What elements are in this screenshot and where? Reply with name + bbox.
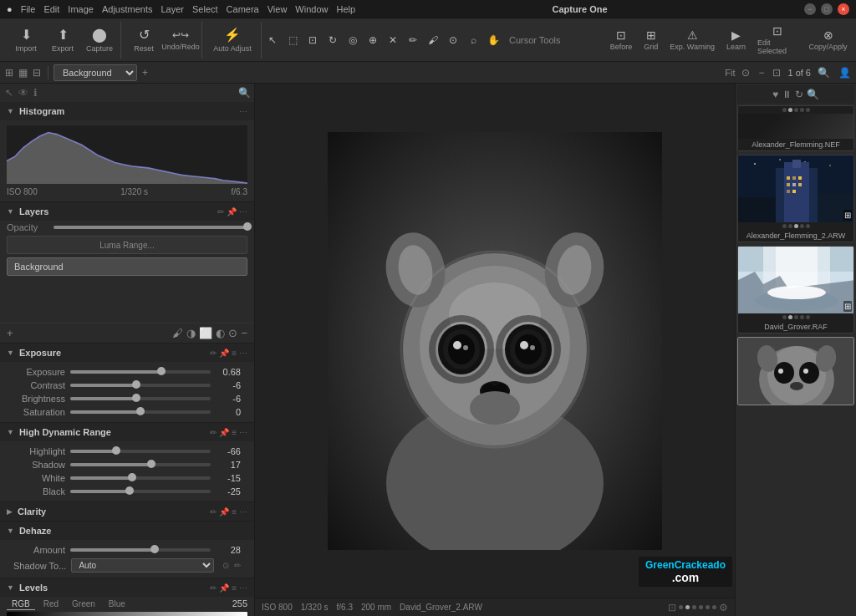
shadow-thumb[interactable] xyxy=(147,460,155,468)
hdr-header[interactable]: ▼ High Dynamic Range ✏ 📌 ≡ ⋯ xyxy=(0,423,254,441)
brush-tool[interactable]: 🖌 xyxy=(424,31,442,49)
learn-button[interactable]: ▶ Learn xyxy=(723,27,749,53)
thumbnail-arw-building[interactable]: ⊞ Alexander_Flemming_2.ARW xyxy=(737,155,854,242)
levels-header[interactable]: ▼ Levels ✏ 📌 ≡ ⋯ xyxy=(0,578,254,597)
levels-menu-icon[interactable]: ⋯ xyxy=(239,583,247,593)
search-icon[interactable]: 🔍 xyxy=(816,65,832,80)
levels-pin-icon[interactable]: 📌 xyxy=(219,583,229,593)
apple-menu[interactable]: ● xyxy=(7,4,13,14)
menu-bar[interactable]: ● File Edit Image Adjustments Layer Sele… xyxy=(7,4,355,14)
highlight-thumb[interactable] xyxy=(112,446,120,455)
erase-tool[interactable]: ✕ xyxy=(384,31,402,49)
black-thumb[interactable] xyxy=(125,486,134,495)
menu-select[interactable]: Select xyxy=(192,4,218,14)
clarity-dots-icon[interactable]: ≡ xyxy=(232,507,237,517)
grid-button[interactable]: ⊞ Grid xyxy=(640,27,661,53)
crop-tool[interactable]: ⊡ xyxy=(303,31,322,49)
levels-tab-red[interactable]: Red xyxy=(38,598,64,610)
hdr-edit-icon[interactable]: ✏ xyxy=(210,428,217,437)
brush-layer-icon[interactable]: 🖌 xyxy=(172,327,183,339)
histogram-header[interactable]: ▼ Histogram ⋯ xyxy=(0,102,254,120)
exposure-thumb[interactable] xyxy=(157,367,166,375)
pen-tool[interactable]: ✏ xyxy=(404,31,422,49)
exposure-dots-icon[interactable]: ≡ xyxy=(232,349,237,358)
exposure-slider[interactable] xyxy=(70,370,211,374)
before-button[interactable]: ⊡ Before xyxy=(607,27,636,53)
cursor-tool[interactable]: ↖ xyxy=(263,31,282,49)
menu-camera[interactable]: Camera xyxy=(227,4,259,14)
eyedropper-layer-icon[interactable]: ⊙ xyxy=(228,327,237,339)
lp-info-icon[interactable]: ℹ xyxy=(32,85,39,100)
menu-help[interactable]: Help xyxy=(336,4,355,14)
exp-warning-button[interactable]: ⚠ Exp. Warning xyxy=(666,27,718,53)
rp-flag-icon[interactable]: ⏸ xyxy=(782,89,792,100)
menu-adjustments[interactable]: Adjustments xyxy=(102,4,153,14)
gradient-layer-icon[interactable]: ◑ xyxy=(186,327,196,339)
layers-menu-icon[interactable]: ⋯ xyxy=(239,207,247,216)
menu-layer[interactable]: Layer xyxy=(160,4,184,14)
levels-edit-icon[interactable]: ✏ xyxy=(210,583,217,593)
shadow-tone-select[interactable]: Auto xyxy=(71,558,214,573)
export-button[interactable]: ⬆ Export xyxy=(45,22,80,59)
dehaze-slider[interactable] xyxy=(70,548,211,552)
contrast-slider[interactable] xyxy=(70,384,211,387)
eyedropper-tool[interactable]: ⊙ xyxy=(444,31,462,49)
opacity-thumb[interactable] xyxy=(243,222,252,231)
opacity-slider[interactable] xyxy=(54,226,247,229)
view-filmstrip-icon[interactable]: ⊟ xyxy=(31,65,43,80)
undo-redo-button[interactable]: ↩↪ Undo/Redo xyxy=(163,22,198,59)
exposure-header[interactable]: ▼ Exposure ✏ 📌 ≡ ⋯ xyxy=(0,344,254,362)
menu-image[interactable]: Image xyxy=(68,4,94,14)
mask-layer-icon[interactable]: ⬜ xyxy=(199,327,212,339)
edit-selected-button[interactable]: ⊡ Edit Selected xyxy=(754,23,800,57)
import-button[interactable]: ⬇ Import xyxy=(8,22,43,59)
levels-tab-green[interactable]: Green xyxy=(67,598,100,610)
view-single-icon[interactable]: ⊞ xyxy=(3,65,15,80)
saturation-slider[interactable] xyxy=(70,410,211,414)
auto-adjust-button[interactable]: ⚡ Auto Adjust xyxy=(207,22,257,59)
reset-button[interactable]: ↺ Reset xyxy=(126,22,161,59)
navigator-icon[interactable]: ⊡ xyxy=(771,65,782,80)
thumbnail-raf-waterfall[interactable]: ⊞ David_Grover.RAF xyxy=(737,246,854,333)
window-controls[interactable]: − □ × xyxy=(804,3,849,15)
white-thumb[interactable] xyxy=(128,473,136,481)
thumbnail-lemur[interactable]: David_Grover_2.ARW xyxy=(737,337,854,405)
brightness-thumb[interactable] xyxy=(132,394,140,402)
clarity-pin-icon[interactable]: 📌 xyxy=(219,507,229,517)
saturation-thumb[interactable] xyxy=(136,407,145,415)
lp-eye-icon[interactable]: 👁 xyxy=(17,85,30,100)
delete-layer-icon[interactable]: − xyxy=(241,327,247,339)
rp-rotate-icon[interactable]: ↻ xyxy=(795,89,803,100)
layer-select[interactable]: Background xyxy=(54,64,137,81)
add-layer-button[interactable]: + xyxy=(7,327,13,339)
levels-tab-blue[interactable]: Blue xyxy=(104,598,130,610)
exposure-edit-icon[interactable]: ✏ xyxy=(210,349,217,358)
canvas-view-icon[interactable]: ⊡ xyxy=(668,602,676,613)
lp-cursor-icon[interactable]: ↖ xyxy=(3,85,15,100)
exposure-menu-icon[interactable]: ⋯ xyxy=(239,349,247,358)
menu-file[interactable]: File xyxy=(21,4,36,14)
rotate-tool[interactable]: ↻ xyxy=(324,31,342,49)
person-icon[interactable]: 👤 xyxy=(837,65,853,80)
thumbnail-nef[interactable]: Alexander_Flemming.NEF xyxy=(737,105,854,151)
layers-header[interactable]: ▼ Layers ✏ 📌 ⋯ xyxy=(0,202,254,221)
heal-tool[interactable]: ◎ xyxy=(344,31,362,49)
hdr-pin-icon[interactable]: 📌 xyxy=(219,428,229,437)
dehaze-header[interactable]: ▼ Dehaze xyxy=(0,522,254,540)
capture-button[interactable]: ⬤ Capture xyxy=(82,22,117,59)
rp-search-icon[interactable]: 🔍 xyxy=(807,89,819,100)
close-button[interactable]: × xyxy=(838,3,849,15)
rp-heart-icon[interactable]: ♥ xyxy=(772,89,778,100)
black-slider[interactable] xyxy=(70,490,211,493)
contrast-thumb[interactable] xyxy=(132,380,140,389)
fit-label[interactable]: Fit xyxy=(725,68,735,78)
hdr-dots-icon[interactable]: ≡ xyxy=(232,428,237,437)
luma-range-button[interactable]: Luma Range... xyxy=(7,236,247,254)
image-canvas[interactable] xyxy=(255,84,735,598)
add-layer-icon[interactable]: + xyxy=(140,65,150,80)
shadow-eyedrop-icon[interactable]: ✏ xyxy=(234,561,241,570)
menu-edit[interactable]: Edit xyxy=(43,4,59,14)
copy-apply-button[interactable]: ⊗ Copy/Apply xyxy=(805,27,851,53)
shadow-brush-icon[interactable]: ⊙ xyxy=(222,561,229,570)
highlight-slider[interactable] xyxy=(70,450,211,453)
